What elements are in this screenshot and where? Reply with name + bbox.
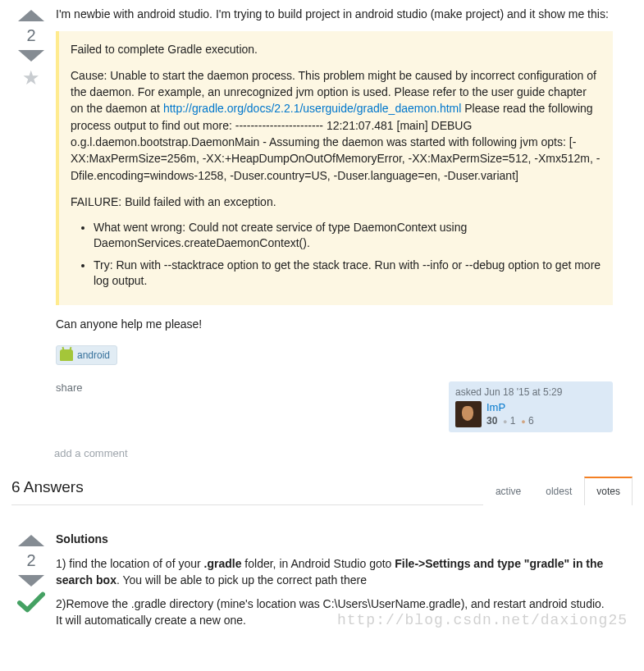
avatar[interactable] [455, 401, 482, 427]
quote-line-3: FAILURE: Build failed with an exception. [71, 194, 601, 210]
silver-badge-icon: ● [503, 418, 507, 426]
quote-line-1: Failed to complete Gradle execution. [71, 41, 601, 57]
bronze-badge-count: 6 [528, 415, 534, 427]
answers-header-row: 6 Answers active oldest votes [11, 471, 633, 505]
question: 2 ★ I'm newbie with android studio. I'm … [0, 0, 644, 432]
answer-p1-a: 1) find the location of of your [56, 557, 204, 570]
downvote-button[interactable] [18, 50, 44, 62]
answer-p1-b: .gradle [204, 557, 242, 570]
answer-p2: 2)Remove the .gradle directory (mine's l… [56, 596, 613, 628]
sort-tabs: active oldest votes [483, 477, 633, 504]
post-text: I'm newbie with android studio. I'm tryi… [56, 7, 613, 332]
share-link[interactable]: share [56, 381, 83, 394]
answer-heading: Solutions [56, 532, 613, 548]
tab-oldest[interactable]: oldest [533, 477, 584, 505]
accepted-check-icon[interactable] [7, 590, 56, 618]
asked-timestamp: Jun 18 '15 at 5:29 [484, 386, 562, 398]
vote-column: 2 ★ [7, 7, 56, 432]
answers-count-header: 6 Answers [11, 478, 84, 504]
user-card: asked Jun 18 '15 at 5:29 ImP 30 ● 1 ● 6 [449, 381, 613, 432]
vote-score: 2 [7, 26, 56, 45]
upvote-button[interactable] [18, 535, 44, 546]
post-footer: share asked Jun 18 '15 at 5:29 ImP 30 ● … [56, 381, 613, 432]
quote-line-2: Cause: Unable to start the daemon proces… [71, 67, 601, 184]
asked-time: asked Jun 18 '15 at 5:29 [455, 386, 606, 398]
question-body: I'm newbie with android studio. I'm tryi… [56, 7, 637, 432]
downvote-button[interactable] [18, 575, 44, 587]
answer: 2 Solutions 1) find the location of of y… [0, 525, 644, 637]
answer-p1-e: . You will be able to pick up the correc… [116, 573, 367, 587]
user-stats: 30 ● 1 ● 6 [486, 415, 534, 427]
tag-android[interactable]: android [56, 345, 117, 365]
favorite-star-icon[interactable]: ★ [7, 68, 56, 88]
question-intro: I'm newbie with android studio. I'm tryi… [56, 7, 613, 23]
error-blockquote: Failed to complete Gradle execution. Cau… [56, 31, 613, 305]
quote-list-item: What went wrong: Could not create servic… [94, 220, 601, 251]
silver-badge-count: 1 [510, 415, 516, 427]
post-text: Solutions 1) find the location of of you… [56, 532, 613, 628]
bronze-badge-icon: ● [521, 418, 525, 426]
vote-score: 2 [7, 551, 56, 570]
quote-list: What went wrong: Could not create servic… [94, 220, 601, 289]
answer-p1: 1) find the location of of your .gradle … [56, 556, 613, 588]
upvote-button[interactable] [18, 10, 44, 21]
asked-prefix: asked [455, 386, 484, 398]
gradle-docs-link[interactable]: http://gradle.org/docs/2.2.1/userguide/g… [163, 102, 461, 115]
tab-votes[interactable]: votes [584, 477, 633, 505]
vote-column: 2 [7, 532, 56, 637]
quote-list-item: Try: Run with --stacktrace option to get… [94, 258, 601, 289]
answer-body: Solutions 1) find the location of of you… [56, 532, 637, 637]
reputation: 30 [486, 415, 497, 427]
android-icon [60, 349, 73, 361]
question-outro: Can anyone help me please! [56, 317, 613, 333]
add-comment-link[interactable]: add a comment [54, 447, 644, 459]
tab-active[interactable]: active [483, 477, 533, 505]
tag-label: android [77, 349, 110, 361]
user-name-link[interactable]: ImP [486, 401, 534, 413]
user-row: ImP 30 ● 1 ● 6 [455, 401, 606, 427]
check-svg [17, 591, 45, 614]
answer-p1-c: folder, in Android Studio goto [241, 557, 395, 570]
user-details: ImP 30 ● 1 ● 6 [486, 401, 534, 427]
